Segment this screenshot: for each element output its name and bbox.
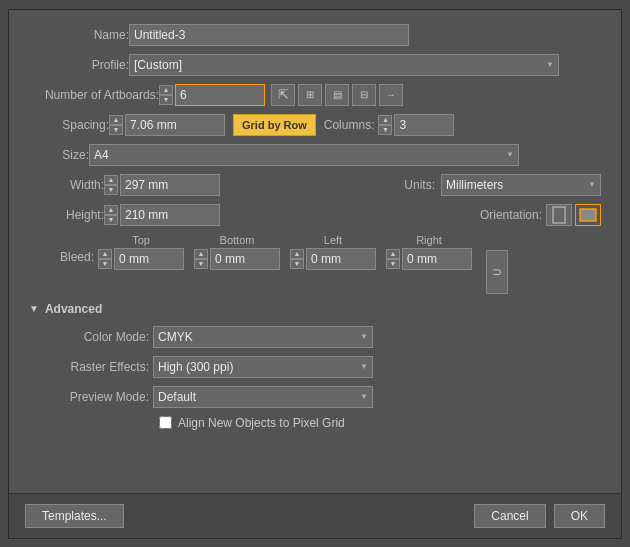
dialog-footer: Templates... Cancel OK: [9, 493, 621, 538]
advanced-arrow-icon: ▼: [29, 303, 39, 314]
spacing-stepper: ▲ ▼: [109, 114, 225, 136]
advanced-label: Advanced: [45, 302, 102, 316]
artboards-up-btn[interactable]: ▲: [159, 85, 173, 95]
artboards-label: Number of Artboards:: [29, 88, 159, 102]
col-layout-btn[interactable]: ⊟: [352, 84, 376, 106]
spacing-input[interactable]: [125, 114, 225, 136]
new-document-dialog: Name: Profile: [Custom] Number of Artboa…: [8, 9, 622, 539]
raster-effects-row: Raster Effects: High (300 ppi) Medium (1…: [29, 356, 601, 378]
pixel-grid-row: Align New Objects to Pixel Grid: [159, 416, 601, 430]
raster-select[interactable]: High (300 ppi) Medium (150 ppi) Low (72 …: [153, 356, 373, 378]
advanced-section: ▼ Advanced Color Mode: CMYK RGB Raster E…: [29, 302, 601, 430]
columns-up-btn[interactable]: ▲: [378, 115, 392, 125]
bleed-top-label: Top: [132, 234, 150, 246]
size-label: Size:: [29, 148, 89, 162]
artboards-stepper-btns: ▲ ▼: [159, 85, 173, 105]
units-select[interactable]: Millimeters: [441, 174, 601, 196]
width-label: Width:: [29, 178, 104, 192]
pixel-grid-checkbox[interactable]: [159, 416, 172, 429]
bleed-bottom-down-btn[interactable]: ▼: [194, 259, 208, 269]
row-layout-btn[interactable]: ▤: [325, 84, 349, 106]
orientation-btns: [546, 204, 601, 226]
pixel-grid-label[interactable]: Align New Objects to Pixel Grid: [178, 416, 345, 430]
arrange-cursor-btn[interactable]: ⇱: [271, 84, 295, 106]
height-orientation-row: Height: ▲ ▼ Orientation:: [29, 204, 601, 226]
width-units-row: Width: ▲ ▼ Units: Millimeters: [29, 174, 601, 196]
bleed-label: Bleed:: [29, 234, 94, 264]
profile-label: Profile:: [29, 58, 129, 72]
bleed-left-input[interactable]: [306, 248, 376, 270]
bleed-top-input[interactable]: [114, 248, 184, 270]
bleed-bottom-up-btn[interactable]: ▲: [194, 249, 208, 259]
bleed-top-col: Top ▲ ▼: [98, 234, 184, 294]
landscape-icon: [579, 208, 597, 222]
ok-button[interactable]: OK: [554, 504, 605, 528]
cancel-button[interactable]: Cancel: [474, 504, 545, 528]
artboard-controls: ⇱ ⊞ ▤ ⊟ →: [271, 84, 403, 106]
templates-button[interactable]: Templates...: [25, 504, 124, 528]
height-up-btn[interactable]: ▲: [104, 205, 118, 215]
preview-select[interactable]: Default Pixel Overprint: [153, 386, 373, 408]
spacing-up-btn[interactable]: ▲: [109, 115, 123, 125]
bleed-top-down-btn[interactable]: ▼: [98, 259, 112, 269]
bleed-right-up-btn[interactable]: ▲: [386, 249, 400, 259]
profile-select[interactable]: [Custom]: [129, 54, 559, 76]
columns-input[interactable]: [394, 114, 454, 136]
preview-label: Preview Mode:: [29, 390, 149, 404]
grid-by-row-btn[interactable]: Grid by Row: [233, 114, 316, 136]
portrait-btn[interactable]: [546, 204, 572, 226]
size-select[interactable]: A4: [89, 144, 519, 166]
width-input[interactable]: [120, 174, 220, 196]
bleed-right-col: Right ▲ ▼: [386, 234, 472, 294]
artboards-row: Number of Artboards: ▲ ▼ ⇱ ⊞ ▤ ⊟ →: [29, 84, 601, 106]
bleed-right-input[interactable]: [402, 248, 472, 270]
bleed-link-btn[interactable]: ⊃: [486, 250, 508, 294]
portrait-icon: [552, 206, 566, 224]
advanced-toggle[interactable]: ▼ Advanced: [29, 302, 601, 316]
bleed-row: Bleed: Top ▲ ▼ Bottom: [29, 234, 601, 294]
width-down-btn[interactable]: ▼: [104, 185, 118, 195]
width-section: Width: ▲ ▼: [29, 174, 220, 196]
footer-right: Cancel OK: [474, 504, 605, 528]
color-mode-select[interactable]: CMYK RGB: [153, 326, 373, 348]
width-up-btn[interactable]: ▲: [104, 175, 118, 185]
raster-label: Raster Effects:: [29, 360, 149, 374]
artboards-down-btn[interactable]: ▼: [159, 95, 173, 105]
color-mode-label: Color Mode:: [29, 330, 149, 344]
height-down-btn[interactable]: ▼: [104, 215, 118, 225]
units-section: Units: Millimeters: [385, 174, 601, 196]
width-stepper: ▲ ▼: [104, 174, 220, 196]
bleed-bottom-col: Bottom ▲ ▼: [194, 234, 280, 294]
profile-row: Profile: [Custom]: [29, 54, 601, 76]
name-label: Name:: [29, 28, 129, 42]
height-label: Height:: [29, 208, 104, 222]
artboards-input[interactable]: [175, 84, 265, 106]
size-row: Size: A4: [29, 144, 601, 166]
columns-down-btn[interactable]: ▼: [378, 125, 392, 135]
bleed-left-up-btn[interactable]: ▲: [290, 249, 304, 259]
height-section: Height: ▲ ▼: [29, 204, 220, 226]
grid-layout-btn[interactable]: ⊞: [298, 84, 322, 106]
name-input[interactable]: [129, 24, 409, 46]
height-input[interactable]: [120, 204, 220, 226]
svg-rect-1: [580, 209, 596, 221]
orientation-label: Orientation:: [462, 208, 542, 222]
preview-mode-row: Preview Mode: Default Pixel Overprint: [29, 386, 601, 408]
orientation-section: Orientation:: [462, 204, 601, 226]
bleed-left-down-btn[interactable]: ▼: [290, 259, 304, 269]
svg-rect-0: [553, 207, 565, 223]
bleed-right-down-btn[interactable]: ▼: [386, 259, 400, 269]
bleed-left-label: Left: [324, 234, 342, 246]
spacing-label: Spacing:: [29, 118, 109, 132]
spacing-down-btn[interactable]: ▼: [109, 125, 123, 135]
bleed-top-up-btn[interactable]: ▲: [98, 249, 112, 259]
bleed-left-col: Left ▲ ▼: [290, 234, 376, 294]
columns-label: Columns:: [324, 118, 375, 132]
landscape-btn[interactable]: [575, 204, 601, 226]
columns-stepper: ▲ ▼: [378, 114, 454, 136]
arrow-right-btn[interactable]: →: [379, 84, 403, 106]
units-label: Units:: [385, 178, 435, 192]
bleed-bottom-label: Bottom: [220, 234, 255, 246]
bleed-bottom-input[interactable]: [210, 248, 280, 270]
color-mode-row: Color Mode: CMYK RGB: [29, 326, 601, 348]
